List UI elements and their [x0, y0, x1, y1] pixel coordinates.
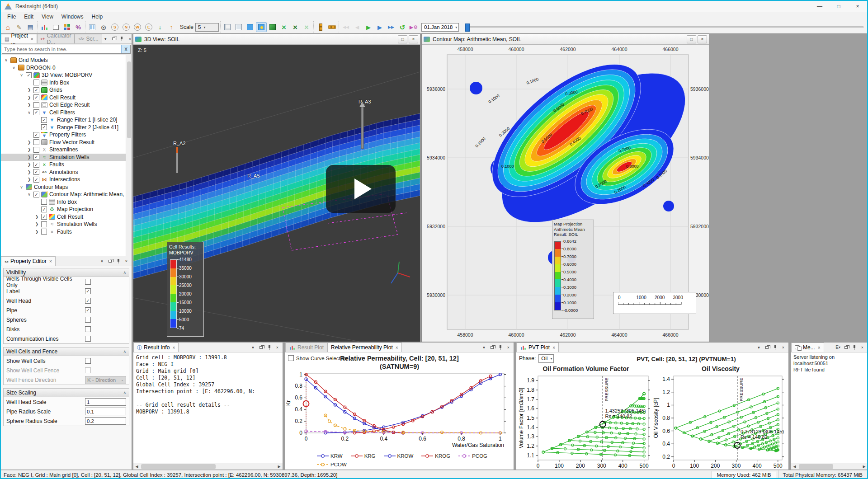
legend-item-krw[interactable]: KRW: [317, 453, 343, 459]
plot-manager-icon[interactable]: [61, 22, 72, 32]
tab-close-icon[interactable]: ×: [396, 345, 398, 350]
view3d-close-icon[interactable]: ×: [409, 35, 418, 43]
zoom-all-icon[interactable]: ⊙: [98, 22, 109, 32]
tree-checkbox[interactable]: ✓: [33, 192, 39, 197]
tree-item-simulation-wells[interactable]: ❯≈Simulation Wells: [1, 221, 132, 228]
input-sphere-radius-scale[interactable]: 0.2: [85, 417, 126, 425]
view-west-icon[interactable]: W: [132, 22, 143, 32]
tree-item-property-filters[interactable]: ✓▼Property Filters: [1, 131, 132, 139]
dock-pin-icon[interactable]: [118, 35, 125, 42]
dock-close-icon[interactable]: ×: [127, 35, 133, 42]
dock-pin-icon[interactable]: [497, 344, 504, 351]
select-well-fence-direction[interactable]: K - Direction⌄: [85, 376, 126, 384]
tree-item-drogon-0[interactable]: ∨DROGON-0: [1, 64, 132, 72]
dock-close-icon[interactable]: ×: [274, 344, 281, 351]
view-east-icon[interactable]: E: [143, 22, 154, 32]
tree-item-range-filter-1-i-slice-20-[interactable]: ✓▼Range Filter 1 [I-slice 20]: [1, 116, 132, 124]
tree-item-contour-maps[interactable]: ∨Contour Maps: [1, 183, 132, 191]
tree-item-flow-vector-result[interactable]: ❯Flow Vector Result: [1, 139, 132, 146]
view-south-icon[interactable]: S: [109, 22, 120, 32]
scale-select[interactable]: 5▾: [195, 23, 219, 32]
tree-checkbox[interactable]: ✓: [41, 214, 47, 220]
tab-close-icon[interactable]: ×: [31, 37, 33, 42]
anim-play-icon[interactable]: ▶: [363, 22, 374, 32]
dock-menu-icon[interactable]: ▾: [481, 344, 487, 351]
anim-skip-end-icon[interactable]: ▶▶: [386, 22, 396, 32]
tab-relative-permeability-plot[interactable]: Relative Permeability Plot×: [327, 343, 402, 352]
tree-checkbox[interactable]: ✓: [33, 162, 39, 168]
tree-item-cell-result[interactable]: ❯✓Cell Result: [1, 94, 132, 102]
tree-checkbox[interactable]: ✓: [41, 117, 47, 123]
tree-item-faults[interactable]: ❯×Faults: [1, 228, 132, 236]
tree-item-simulation-wells[interactable]: ❯✓≈Simulation Wells: [1, 154, 132, 161]
window-layout-icon[interactable]: [50, 22, 61, 32]
minimize-button[interactable]: —: [810, 1, 829, 12]
curve-calculator-icon[interactable]: %: [73, 22, 84, 32]
tree-item-info-box[interactable]: Info Box: [1, 79, 132, 87]
tree-item-cell-edge-result[interactable]: ❯Cell Edge Result: [1, 101, 132, 109]
view-up-icon[interactable]: ↑: [166, 22, 177, 32]
tree-checkbox[interactable]: ✓: [33, 177, 39, 183]
dock-close-icon[interactable]: ×: [859, 344, 866, 351]
tab-scr-[interactable]: </>Scr...: [75, 34, 102, 43]
dock-menu-icon[interactable]: ▾: [755, 344, 762, 351]
tree-checkbox[interactable]: ✓: [41, 124, 47, 130]
anim-step-back-icon[interactable]: ◀: [352, 22, 363, 32]
dock-pin-icon[interactable]: [266, 344, 273, 351]
dock-menu-icon[interactable]: ▾: [250, 344, 256, 351]
group-header-well-cells-and-fence[interactable]: Well Cells and Fence∧: [4, 348, 129, 356]
input-pipe-radius-scale[interactable]: 0.1: [85, 408, 126, 415]
tab-result-plot[interactable]: Result Plot: [285, 343, 327, 352]
anim-repeat-icon[interactable]: ↺: [397, 22, 408, 32]
tree-checkbox[interactable]: ✓: [33, 154, 39, 160]
tree-checkbox[interactable]: [33, 147, 39, 153]
tree-checkbox[interactable]: [41, 221, 47, 227]
faults-x-icon[interactable]: ×: [278, 22, 289, 32]
plot-main-window-icon[interactable]: [39, 22, 50, 32]
view3d-viewport[interactable]: Z: 5 Cell Results:MOBPORV 41480350003000…: [133, 45, 420, 342]
split-view-icon[interactable]: [87, 22, 98, 32]
checkbox-pipe[interactable]: ✓: [85, 307, 91, 313]
tab-close-icon[interactable]: ×: [818, 345, 821, 350]
tree-scrollbar[interactable]: [126, 55, 132, 256]
faults-cube-icon[interactable]: [267, 22, 278, 32]
tree-search-input[interactable]: [2, 47, 121, 52]
dock-float-icon[interactable]: [110, 35, 117, 42]
dock-float-icon[interactable]: [764, 344, 770, 351]
tab-close-icon[interactable]: ×: [172, 345, 175, 350]
tree-checkbox[interactable]: ✓: [41, 207, 47, 212]
input-well-head-scale[interactable]: 1: [85, 398, 126, 406]
tree-checkbox[interactable]: ✓: [33, 132, 39, 138]
menu-edit[interactable]: Edit: [20, 13, 37, 21]
anim-settings-icon[interactable]: ▶⚙: [408, 22, 419, 32]
relperm-legend[interactable]: KRWKRGKROWKROGPCOGPCOW: [317, 451, 511, 469]
import-case-icon[interactable]: ⌂: [2, 22, 13, 32]
faults-reduce-icon[interactable]: ×: [290, 22, 301, 32]
dock-float-icon[interactable]: [107, 258, 113, 264]
tree-checkbox[interactable]: [33, 102, 39, 108]
tree-item-streamlines[interactable]: ❯XStreamlines: [1, 146, 132, 154]
tree-checkbox[interactable]: ✓: [33, 87, 39, 93]
checkbox-show-well-cell-fence[interactable]: [85, 367, 91, 373]
tree-checkbox[interactable]: ✓: [33, 94, 39, 100]
close-button[interactable]: ×: [848, 1, 867, 12]
ruler-horizontal-icon[interactable]: [326, 22, 337, 32]
tree-item-3d-view-mobporv[interactable]: ∨✓3D View: MOBPORV: [1, 71, 132, 79]
tree-checkbox[interactable]: ✓: [33, 169, 39, 175]
tab-close-icon[interactable]: ×: [49, 259, 52, 264]
tab-project-[interactable]: ▤Project ...×: [1, 34, 37, 43]
contour-viewport[interactable]: 4580004580004600004600004620004620004640…: [422, 45, 709, 342]
checkbox-wells-through-visible-cells-only[interactable]: [85, 279, 91, 285]
maximize-button[interactable]: □: [829, 1, 848, 12]
contour-maximize-icon[interactable]: □: [687, 35, 696, 43]
checkbox-spheres[interactable]: [85, 317, 91, 323]
dock-close-icon[interactable]: ×: [505, 344, 512, 351]
tree-item-contour-map-arithmetic-mean-soil[interactable]: ∨✓Contour Map: Arithmetic Mean, SOIL: [1, 191, 132, 198]
dock-float-icon[interactable]: [258, 344, 264, 351]
tree-item-range-filter-2-j-slice-41-[interactable]: ✓▼Range Filter 2 [J-slice 41]: [1, 124, 132, 131]
view3d-maximize-icon[interactable]: □: [398, 35, 407, 43]
tree-search-box[interactable]: X: [2, 45, 131, 54]
dock-menu-icon[interactable]: ▾: [99, 258, 105, 264]
ruler-vertical-icon[interactable]: [315, 22, 326, 32]
timestep-slider[interactable]: [465, 23, 863, 32]
